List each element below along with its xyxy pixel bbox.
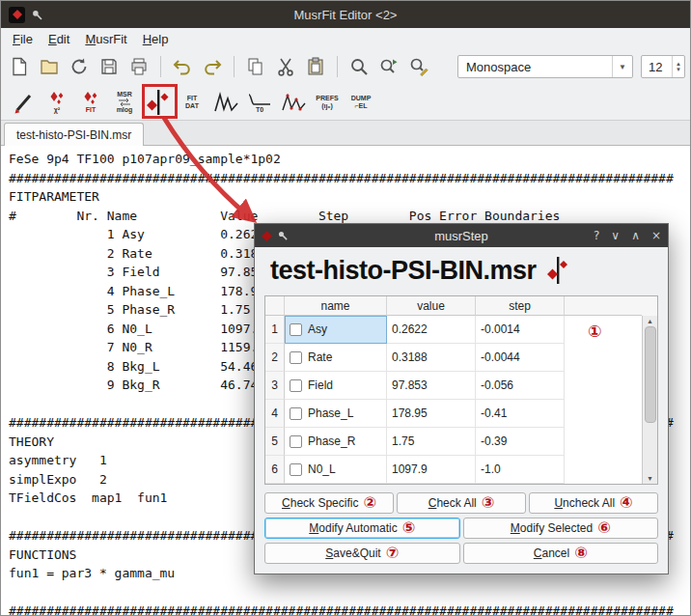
scrollbar-thumb[interactable] bbox=[645, 326, 656, 423]
find-next-button[interactable] bbox=[375, 53, 402, 80]
fit-dat-button[interactable]: FIT DAT bbox=[178, 86, 207, 119]
table-cell-step[interactable]: -0.41 bbox=[476, 400, 565, 428]
font-family-select[interactable]: Monospace ▼ bbox=[457, 55, 633, 78]
dialog-titlebar[interactable]: musrStep ? ∨ ∧ × bbox=[255, 224, 668, 247]
musrfit-button[interactable]: FIT bbox=[76, 86, 105, 119]
help-button[interactable]: ? bbox=[594, 230, 599, 241]
toolbar-separator bbox=[160, 56, 161, 77]
window-titlebar[interactable]: MusrFit Editor <2> bbox=[1, 1, 690, 28]
row-number[interactable]: 2 bbox=[265, 344, 285, 372]
modify-automatic-button[interactable]: Modify Automatic ⑤ bbox=[264, 518, 460, 539]
menu-musrfit[interactable]: MusrFit bbox=[77, 30, 134, 48]
save-quit-button[interactable]: Save&Quit ⑦ bbox=[264, 543, 460, 564]
reload-button[interactable] bbox=[66, 53, 93, 80]
musrt0-button[interactable]: T0 bbox=[245, 86, 274, 119]
paste-button[interactable] bbox=[302, 53, 329, 80]
window-title: MusrFit Editor <2> bbox=[1, 8, 690, 22]
new-document-button[interactable] bbox=[6, 53, 33, 80]
find-replace-button[interactable] bbox=[405, 53, 432, 80]
modify-selected-button[interactable]: Modify Selected ⑥ bbox=[463, 518, 659, 539]
undo-icon bbox=[172, 56, 193, 77]
table-cell-step[interactable]: -0.39 bbox=[476, 428, 565, 456]
undo-button[interactable] bbox=[169, 53, 196, 80]
raw-plot-button[interactable] bbox=[279, 86, 308, 119]
toolbar-separator bbox=[234, 56, 235, 77]
annotation-circle-2: ② bbox=[363, 495, 376, 511]
musrwiz-button[interactable] bbox=[9, 86, 38, 119]
menu-help[interactable]: Help bbox=[135, 30, 177, 48]
maximize-button[interactable]: ∧ bbox=[631, 230, 640, 241]
table-cell-value[interactable]: 0.2622 bbox=[387, 316, 476, 344]
column-header-name: name bbox=[285, 296, 387, 316]
musrstep-dialog-icon bbox=[262, 231, 272, 241]
row-number[interactable]: 4 bbox=[265, 400, 285, 428]
table-scrollbar[interactable]: ▲ ▼ bbox=[642, 316, 657, 484]
table-cell-step[interactable]: -0.056 bbox=[476, 372, 565, 400]
uncheck-all-button[interactable]: Uncheck All ④ bbox=[529, 492, 658, 514]
redo-button[interactable] bbox=[199, 53, 226, 80]
cancel-button[interactable]: Cancel ⑧ bbox=[463, 543, 659, 564]
print-button[interactable] bbox=[125, 53, 152, 80]
table-cell-value[interactable]: 178.95 bbox=[387, 400, 476, 428]
checkbox[interactable] bbox=[290, 351, 302, 364]
musrprefs-button[interactable]: PREFS (ıȷ₀) bbox=[313, 86, 342, 119]
table-cell-step[interactable]: -0.0014 bbox=[476, 316, 565, 344]
table-cell-name[interactable]: Rate bbox=[285, 344, 387, 372]
table-cell-name[interactable]: Phase_L bbox=[285, 400, 387, 428]
fit-caption: FIT bbox=[86, 106, 97, 114]
search-button[interactable] bbox=[346, 53, 373, 80]
checkbox[interactable] bbox=[290, 379, 302, 392]
table-cell-name[interactable]: Phase_R bbox=[285, 428, 387, 456]
swap-arrows-icon bbox=[118, 98, 131, 106]
musrfit-chisq-button[interactable]: χ² bbox=[42, 86, 71, 119]
musrfit-editor-window: MusrFit Editor <2> File Edit MusrFit Hel… bbox=[0, 0, 691, 616]
reload-icon bbox=[69, 56, 90, 77]
scroll-down-icon[interactable]: ▼ bbox=[647, 473, 653, 484]
font-size-spinbox[interactable]: 12 ▲▼ bbox=[641, 55, 685, 78]
musrfit-app-icon bbox=[9, 7, 25, 23]
param-name: Phase_L bbox=[308, 406, 353, 420]
table-cell-name[interactable]: Field bbox=[285, 372, 387, 400]
chisq-caption: χ² bbox=[54, 106, 60, 114]
checkbox[interactable] bbox=[290, 435, 302, 448]
cut-button[interactable] bbox=[272, 53, 299, 80]
row-number[interactable]: 3 bbox=[265, 372, 285, 400]
checkbox[interactable] bbox=[290, 407, 302, 420]
table-cell-value[interactable]: 0.3188 bbox=[387, 344, 476, 372]
minimize-button[interactable]: ∨ bbox=[611, 230, 620, 241]
msr2data-button[interactable]: MSR mlog bbox=[110, 86, 139, 119]
parameter-table: name value step 1 Asy 0.2622 -0.0014 2 R… bbox=[264, 295, 658, 485]
table-cell-step[interactable]: -1.0 bbox=[476, 456, 565, 484]
table-cell-value[interactable]: 1.75 bbox=[387, 428, 476, 456]
table-cell-empty bbox=[565, 400, 642, 428]
scroll-up-icon[interactable]: ▲ bbox=[647, 316, 653, 326]
t0-peak-icon bbox=[247, 91, 272, 106]
corner-header bbox=[265, 296, 285, 316]
menu-edit[interactable]: Edit bbox=[41, 30, 77, 48]
dump-caption: DUMP bbox=[351, 95, 372, 102]
row-number[interactable]: 5 bbox=[265, 428, 285, 456]
copy-button[interactable] bbox=[242, 53, 269, 80]
red-sparkle-icon bbox=[80, 91, 101, 106]
table-cell-step[interactable]: -0.0044 bbox=[476, 344, 565, 372]
table-cell-value[interactable]: 1097.9 bbox=[387, 456, 476, 484]
save-button[interactable] bbox=[96, 53, 123, 80]
spinner-arrows-icon[interactable]: ▲▼ bbox=[672, 56, 684, 77]
checkbox[interactable] bbox=[290, 323, 302, 336]
cut-icon bbox=[275, 56, 296, 77]
dialog-button-area: Check Specific ② Check All ③ Uncheck All… bbox=[255, 485, 668, 564]
musrdump-button[interactable]: DUMP ⌐EL bbox=[346, 86, 375, 119]
open-file-button[interactable] bbox=[36, 53, 63, 80]
table-cell-value[interactable]: 97.853 bbox=[387, 372, 476, 400]
row-number[interactable]: 6 bbox=[265, 456, 285, 484]
check-specific-button[interactable]: Check Specific ② bbox=[264, 492, 394, 514]
table-cell-name[interactable]: N0_L bbox=[285, 456, 387, 484]
close-button[interactable]: × bbox=[651, 230, 661, 241]
tab-msr-file[interactable]: test-histo-PSI-BIN.msr bbox=[4, 123, 144, 146]
checkbox[interactable] bbox=[290, 463, 302, 476]
table-cell-name[interactable]: Asy bbox=[285, 316, 387, 344]
check-all-button[interactable]: Check All ③ bbox=[397, 492, 526, 514]
musrview-button[interactable] bbox=[211, 86, 240, 119]
row-number[interactable]: 1 bbox=[265, 316, 285, 344]
menu-file[interactable]: File bbox=[5, 30, 41, 48]
